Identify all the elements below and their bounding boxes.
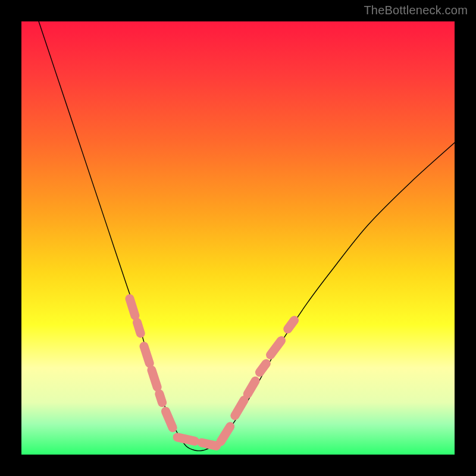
overlay-segment [177, 437, 217, 446]
overlay-segment [165, 411, 173, 428]
trough-overlay [130, 299, 295, 446]
overlay-segment [259, 364, 266, 372]
overlay-segment [271, 337, 284, 355]
overlay-segment [288, 320, 295, 329]
bottleneck-curve [39, 21, 455, 451]
chart-svg [21, 21, 455, 455]
overlay-segment [221, 424, 231, 441]
overlay-segment [144, 346, 162, 403]
overlay-segment [235, 381, 255, 415]
chart-frame [21, 21, 455, 455]
overlay-segment [130, 299, 140, 333]
watermark-text: TheBottleneck.com [364, 4, 468, 17]
